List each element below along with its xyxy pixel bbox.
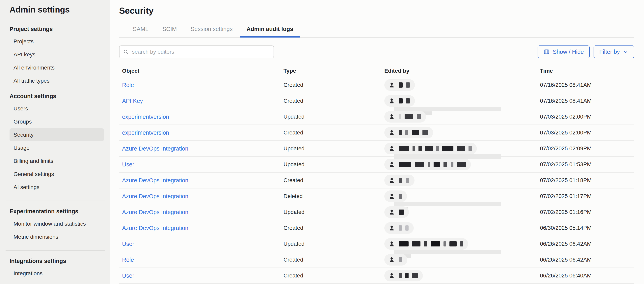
redaction-bar: [394, 107, 501, 111]
show-hide-button[interactable]: Show / Hide: [538, 46, 590, 58]
filter-by-label: Filter by: [599, 49, 620, 55]
tab-session-settings[interactable]: Session settings: [184, 26, 240, 37]
sidebar-item-billing-and-limits[interactable]: Billing and limits: [10, 154, 104, 168]
sidebar-item-all-environments[interactable]: All environments: [10, 61, 104, 74]
sidebar-section-label: Account settings: [10, 92, 110, 100]
object-cell: Azure DevOps Integration: [119, 193, 284, 200]
redacted-name-block: [460, 241, 463, 246]
edited-by-cell: [384, 109, 540, 124]
time-cell: 06/26/2025 06:42AM: [540, 241, 634, 247]
tab-admin-audit-logs[interactable]: Admin audit logs: [240, 26, 300, 38]
redacted-name-block: [412, 130, 419, 135]
redacted-name-block: [399, 82, 402, 88]
table-row: UserCreated06/26/2025 06:40AM: [119, 268, 634, 284]
redacted-name-block: [418, 146, 422, 151]
object-cell: User: [119, 241, 284, 247]
object-link[interactable]: User: [122, 272, 134, 279]
redacted-name-block: [399, 226, 402, 230]
redaction-bar: [394, 202, 501, 206]
object-link[interactable]: Azure DevOps Integration: [122, 225, 188, 231]
object-link[interactable]: Azure DevOps Integration: [122, 177, 188, 184]
redacted-name-block: [406, 98, 410, 104]
sidebar-section-label: Integrations settings: [10, 258, 110, 264]
object-cell: Azure DevOps Integration: [119, 225, 284, 231]
filter-by-button[interactable]: Filter by: [594, 46, 634, 58]
type-cell: Created: [284, 256, 384, 263]
object-link[interactable]: API Key: [122, 98, 143, 104]
tab-scim[interactable]: SCIM: [156, 26, 184, 37]
object-link[interactable]: User: [122, 161, 134, 168]
object-link[interactable]: Azure DevOps Integration: [122, 209, 188, 215]
object-link[interactable]: experimentversion: [122, 114, 169, 120]
sidebar-item-metric-dimensions[interactable]: Metric dimensions: [10, 230, 104, 244]
sidebar-item-users[interactable]: Users: [10, 102, 104, 115]
time-cell: 07/02/2025 02:09PM: [540, 146, 634, 152]
edited-by-cell: [384, 172, 540, 188]
search-box[interactable]: [119, 46, 274, 58]
redacted-name-block: [399, 178, 402, 183]
editor-avatar-pill: [384, 127, 433, 138]
object-cell: User: [119, 272, 284, 279]
editor-avatar-pill: [384, 206, 409, 218]
person-icon: [388, 209, 395, 216]
editor-avatar-pill: [384, 190, 407, 202]
sidebar-item-groups[interactable]: Groups: [10, 115, 104, 128]
sidebar-item-integrations[interactable]: Integrations: [10, 267, 104, 280]
type-cell: Created: [284, 82, 384, 88]
sidebar-item-projects[interactable]: Projects: [10, 35, 104, 48]
type-cell: Updated: [284, 146, 384, 152]
redacted-name-block: [428, 162, 430, 167]
sidebar-item-ai-settings[interactable]: AI settings: [10, 181, 104, 194]
show-hide-label: Show / Hide: [553, 49, 584, 55]
redacted-name-block: [404, 114, 413, 119]
editor-avatar-pill: [384, 238, 468, 250]
object-link[interactable]: Azure DevOps Integration: [122, 146, 188, 152]
sidebar-item-api-keys[interactable]: API keys: [10, 48, 104, 61]
sidebar-item-monitor-window-and-statistics[interactable]: Monitor window and statistics: [10, 217, 104, 230]
redacted-name-block: [425, 146, 433, 151]
type-cell: Updated: [284, 114, 384, 120]
sidebar-item-general-settings[interactable]: General settings: [10, 168, 104, 181]
table-row: experimentversionUpdated07/03/2025 02:00…: [119, 109, 634, 125]
admin-settings-sidebar: Admin settings Project settingsProjectsA…: [0, 0, 110, 284]
person-icon: [388, 272, 395, 279]
column-header-object: Object: [119, 68, 284, 74]
redacted-name-block: [399, 241, 408, 246]
redacted-name-block: [406, 273, 408, 278]
type-cell: Created: [284, 272, 384, 279]
sidebar-item-security[interactable]: Security: [10, 128, 104, 142]
object-link[interactable]: Azure DevOps Integration: [122, 193, 188, 200]
type-cell: Created: [284, 225, 384, 231]
time-cell: 07/02/2025 01:17PM: [540, 193, 634, 200]
search-input[interactable]: [132, 48, 270, 55]
person-icon: [388, 98, 395, 104]
audit-log-table: ObjectTypeEdited byTime RoleCreated07/16…: [119, 65, 634, 284]
edited-by-cell: [384, 188, 540, 204]
redacted-name-block: [399, 210, 404, 215]
redacted-name-block: [399, 130, 402, 135]
redacted-name-block: [406, 226, 408, 230]
redaction-bar: [394, 250, 501, 254]
person-icon: [388, 161, 395, 168]
page-title: Security: [119, 6, 634, 16]
object-link[interactable]: Role: [122, 256, 134, 263]
person-icon: [388, 177, 395, 184]
type-cell: Deleted: [284, 193, 384, 200]
object-link[interactable]: Role: [122, 82, 134, 88]
edited-by-cell: [384, 268, 540, 284]
object-link[interactable]: User: [122, 241, 134, 247]
time-cell: 06/26/2025 06:40AM: [540, 272, 634, 279]
toolbar-buttons: Show / Hide Filter by: [538, 46, 634, 58]
object-link[interactable]: experimentversion: [122, 130, 169, 136]
redacted-name-block: [412, 146, 415, 151]
object-cell: Azure DevOps Integration: [119, 146, 284, 152]
type-cell: Updated: [284, 161, 384, 168]
sidebar-item-usage[interactable]: Usage: [10, 142, 104, 154]
redacted-name-block: [457, 162, 466, 167]
sidebar-item-all-traffic-types[interactable]: All traffic types: [10, 74, 104, 88]
table-row: experimentversionCreated07/03/2025 02:00…: [119, 125, 634, 141]
editor-avatar-pill: [384, 95, 415, 107]
redacted-name-block: [442, 146, 454, 151]
tab-saml[interactable]: SAML: [126, 26, 156, 37]
object-cell: Role: [119, 256, 284, 263]
